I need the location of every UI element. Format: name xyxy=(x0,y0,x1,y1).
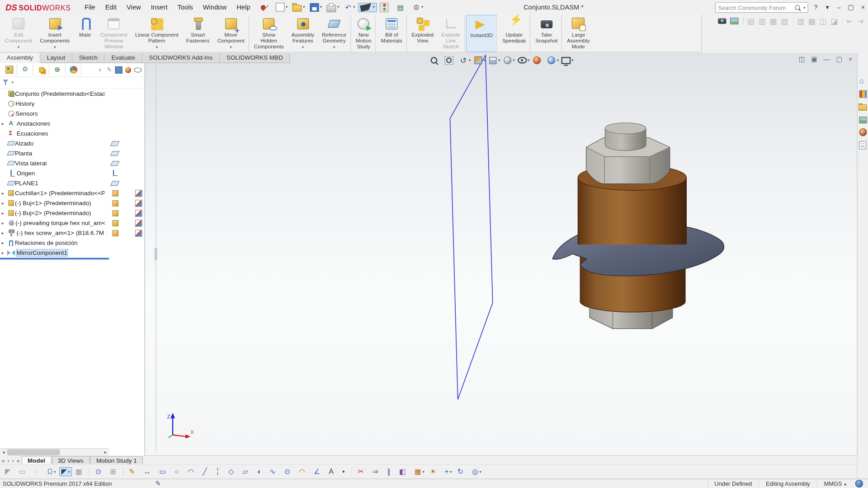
dropdown-caret-icon[interactable]: ▾ xyxy=(557,58,559,63)
snap-right-icon[interactable]: ⇥ xyxy=(857,17,863,26)
previous-view-icon[interactable]: ▾ xyxy=(458,55,471,66)
help-button[interactable]: ? xyxy=(813,3,818,11)
command-tab[interactable]: Layout xyxy=(40,53,72,63)
reference-plane-outline[interactable] xyxy=(450,55,493,399)
restore-document-icon[interactable]: ▢ xyxy=(836,55,843,63)
space-icon-4[interactable]: ◪ xyxy=(830,17,843,26)
tree-item-plane1[interactable]: ▸ PLANE1 xyxy=(0,178,145,188)
hide-show-header-icon[interactable] xyxy=(133,65,142,74)
dropdown-caret-icon[interactable]: ▾ xyxy=(54,469,56,474)
dropdown-caret-icon[interactable]: ▾ xyxy=(320,5,322,9)
component-preview-window-button[interactable]: Component Preview Window ▾ xyxy=(96,15,131,52)
take-snapshot-button[interactable]: Take Snapshot ▾ xyxy=(532,15,562,52)
command-tab[interactable]: SOLIDWORKS Add-Ins xyxy=(142,53,220,63)
display-pane-icon[interactable] xyxy=(135,210,142,217)
mirror-entities-icon[interactable]: ◧ ▾ xyxy=(397,467,411,476)
dropdown-caret-icon[interactable]: ▾ xyxy=(513,58,514,63)
tree-item-sensors[interactable]: ▸ Sensors xyxy=(0,108,145,118)
panel-splitter[interactable] xyxy=(156,65,156,451)
apply-scene-icon[interactable]: ▾ xyxy=(546,55,559,66)
dropdown-caret-icon[interactable]: ▾ xyxy=(337,5,339,9)
expand-arrow-icon[interactable]: ▸ xyxy=(2,230,7,235)
space-icon-1[interactable]: ▨ xyxy=(797,17,804,26)
configurationmanager-tab[interactable] xyxy=(34,64,49,75)
dropdown-caret-icon[interactable]: ▾ xyxy=(54,44,56,50)
align-icon-1[interactable]: ▤ xyxy=(747,17,755,26)
pointer-tool-icon[interactable]: ◤ ▾ xyxy=(59,467,72,476)
dropdown-caret-icon[interactable]: ▾ xyxy=(156,44,158,50)
display-pane-icon[interactable] xyxy=(110,151,120,156)
display-pane-icon[interactable] xyxy=(113,190,118,196)
dropdown-caret-icon[interactable]: ▾ xyxy=(484,58,486,63)
status-units-selector[interactable]: MMGS▴ xyxy=(817,479,853,488)
tree-item-cuchilla[interactable]: ▸ Cuchilla<1> (Predeterminado<<Pre xyxy=(0,188,145,198)
expand-arrow-icon[interactable]: ▸ xyxy=(2,240,7,245)
tree-item-root[interactable]: ▸ Conjunto (Predeterminado<Estado de vi xyxy=(0,89,145,99)
file-explorer-icon[interactable] xyxy=(859,104,867,110)
smart-fasteners-button[interactable]: Smart Fasteners ▾ xyxy=(182,15,213,52)
options-button[interactable]: ⚙ ▾ xyxy=(410,1,425,13)
chamfer-icon[interactable]: ∠ ▾ xyxy=(311,467,326,476)
view-palette-icon[interactable] xyxy=(859,117,867,123)
zoom-to-fit-icon[interactable]: ▾ xyxy=(429,55,442,66)
corner-rectangle-icon[interactable]: ▭ ▾ xyxy=(157,467,172,476)
dropdown-caret-icon[interactable]: ▾ xyxy=(528,58,529,63)
command-tab[interactable]: Assembly xyxy=(0,53,40,63)
tree-horizontal-scrollbar[interactable]: ◂ ▸ xyxy=(0,448,109,456)
tree-item-hex-nut[interactable]: ▸ (-) prevailing torque hex nut_am<1> xyxy=(0,218,145,228)
dropdown-caret-icon[interactable]: ▾ xyxy=(303,5,305,9)
maximize-button[interactable]: ▢ xyxy=(848,3,854,11)
lasso-select-icon[interactable]: ◌ ▾ xyxy=(32,467,44,476)
collapse-pane-icon[interactable]: ‹ xyxy=(95,65,105,74)
circle-icon[interactable]: ○ ▾ xyxy=(173,467,184,476)
dropdown-caret-icon[interactable]: ▾ xyxy=(498,58,500,63)
menu-item[interactable]: Insert xyxy=(146,2,173,12)
line-icon[interactable]: ╱ ▾ xyxy=(200,467,212,476)
quick-snaps-icon[interactable]: ◎ ▾ xyxy=(470,467,483,476)
parallelogram-icon[interactable]: ▱ ▾ xyxy=(241,467,254,476)
view-settings-icon[interactable]: ▾ xyxy=(561,55,574,66)
menu-item[interactable]: View xyxy=(122,2,146,12)
tree-item-origin[interactable]: ▸ Origen xyxy=(0,168,145,178)
trim-entities-icon[interactable]: ✂ ▾ xyxy=(355,467,369,476)
search-caret-icon[interactable]: ▾ xyxy=(803,5,805,10)
help-caret-icon[interactable]: ▾ xyxy=(825,3,830,11)
smart-dimension-icon[interactable]: ↔ ▾ xyxy=(142,467,156,476)
fillet-icon[interactable]: ◠ ▾ xyxy=(297,467,310,476)
dropdown-caret-icon[interactable]: ▾ xyxy=(68,469,70,474)
new-document-button[interactable]: ▾ xyxy=(274,1,290,13)
dropdown-caret-icon[interactable]: ▾ xyxy=(422,469,424,474)
display-pane-icon[interactable] xyxy=(135,230,142,237)
tree-item-mates[interactable]: ▸ Relaciones de posición xyxy=(0,238,145,248)
previous-window-icon[interactable]: ◫ xyxy=(799,55,805,63)
command-tab[interactable]: Evaluate xyxy=(105,53,142,63)
rebuild-button[interactable]: ▾ xyxy=(377,1,394,14)
text-icon[interactable]: A ▾ xyxy=(326,467,339,476)
hide-show-items-icon[interactable]: ▾ xyxy=(516,55,529,66)
dropdown-caret-icon[interactable]: ▾ xyxy=(450,469,452,474)
snap-left-icon[interactable]: ⇤ xyxy=(847,17,853,26)
display-pane-icon[interactable] xyxy=(135,190,142,197)
slot-icon[interactable]: ◖ ▾ xyxy=(255,467,266,476)
align-icon-3[interactable]: ▦ xyxy=(769,17,777,26)
scroll-right-icon[interactable]: ▸ xyxy=(102,450,109,455)
assembly-features-button[interactable]: Assembly Features ▾ xyxy=(288,15,318,52)
space-icon-2[interactable]: ▩ xyxy=(808,17,816,26)
space-icon-3[interactable]: ◫ xyxy=(819,17,826,26)
bill-of-materials-button[interactable]: Bill of Materials ▾ xyxy=(377,15,407,52)
view-orientation-icon[interactable]: ▾ xyxy=(487,55,500,66)
convert-entities-icon[interactable]: ⇒ ▾ xyxy=(370,467,384,476)
filter-funnel-icon[interactable] xyxy=(3,79,9,86)
dropdown-caret-icon[interactable]: ▾ xyxy=(230,44,232,50)
polygon-icon[interactable]: ◇ ▾ xyxy=(226,467,239,476)
tree-item-buj1[interactable]: ▸ (-) Buj<1> (Predeterminado) xyxy=(0,198,145,208)
print-button[interactable]: ▾ xyxy=(325,1,341,14)
dropdown-caret-icon[interactable]: ▾ xyxy=(373,5,375,9)
tab-scroll-last-icon[interactable]: » xyxy=(17,457,20,463)
dropdown-caret-icon[interactable]: ▾ xyxy=(18,44,19,50)
study-tab[interactable]: 3D Views xyxy=(52,456,90,465)
save-button[interactable]: ▾ xyxy=(308,1,324,13)
menu-item[interactable]: Window xyxy=(198,2,231,12)
ellipse-icon[interactable]: ⊙ ▾ xyxy=(282,467,296,476)
dimxpertmanager-tab[interactable] xyxy=(50,64,65,75)
